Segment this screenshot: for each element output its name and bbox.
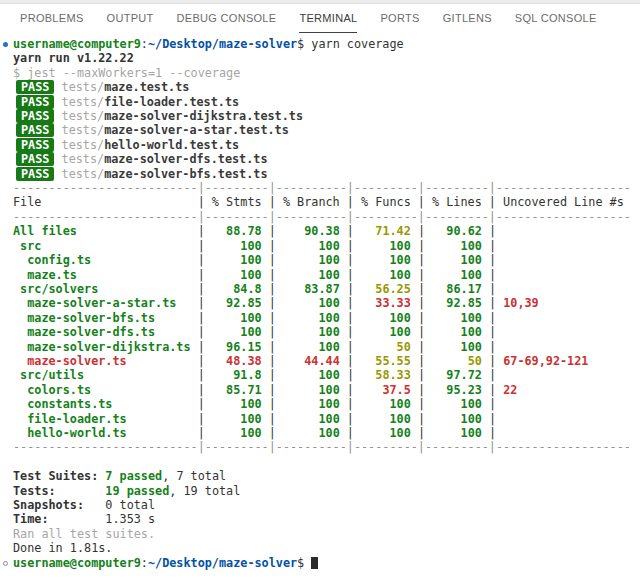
terminal-text: 100 — [318, 340, 339, 354]
terminal-text: | — [340, 340, 354, 354]
terminal-line: $ jest --maxWorkers=1 --coverage — [13, 66, 640, 80]
terminal-text: yarn run v1.22.22 — [13, 51, 134, 65]
terminal-line: PASS tests/maze-solver-bfs.test.ts — [13, 167, 640, 181]
terminal-text — [54, 152, 61, 166]
terminal-text — [354, 311, 390, 325]
terminal-text: | — [262, 253, 276, 267]
terminal-text: | — [262, 282, 276, 296]
terminal-text — [354, 325, 390, 339]
terminal-text: 100 — [461, 253, 482, 267]
terminal-line: PASS tests/maze.test.ts — [13, 80, 640, 94]
coverage-row: file-loader.ts | 100 | 100 | 100 | 100 | — [13, 412, 640, 426]
terminal-text: | — [155, 325, 205, 339]
coverage-row: colors.ts | 85.71 | 100 | 37.5 | 95.23 |… — [13, 383, 640, 397]
terminal-text — [205, 311, 241, 325]
terminal-text — [205, 268, 241, 282]
terminal-text — [354, 268, 390, 282]
terminal-text — [276, 340, 319, 354]
terminal-text: Time: — [13, 512, 105, 526]
terminal-text: | — [411, 383, 425, 397]
pass-badge: PASS — [16, 95, 54, 109]
terminal-text — [354, 426, 390, 440]
terminal-text: | — [155, 311, 205, 325]
terminal-text: 100 — [240, 268, 261, 282]
terminal-text: | — [411, 354, 425, 368]
terminal-text: 97.72 — [446, 368, 482, 382]
terminal-text — [54, 109, 61, 123]
tab-debug-console[interactable]: DEBUG CONSOLE — [177, 4, 277, 33]
terminal-text: 100 — [390, 253, 411, 267]
terminal-text: 100 — [461, 397, 482, 411]
terminal-text — [425, 397, 461, 411]
terminal-text: 100 — [461, 268, 482, 282]
terminal-text — [354, 239, 390, 253]
terminal-text: ~/Desktop/maze-solver — [148, 37, 297, 51]
terminal-line: Tests: 19 passed, 19 total — [13, 484, 640, 498]
terminal-text: | — [77, 268, 205, 282]
command-decoration-icon[interactable] — [3, 42, 8, 47]
terminal-text — [425, 253, 461, 267]
terminal-text — [425, 383, 446, 397]
terminal-text: , 19 total — [169, 484, 240, 498]
terminal-text — [425, 224, 446, 238]
terminal-text: $ — [297, 556, 311, 570]
terminal-text: maze.test.ts — [104, 80, 189, 94]
terminal-text: | — [262, 426, 276, 440]
tab-problems[interactable]: PROBLEMS — [20, 4, 84, 33]
terminal-text: colors.ts — [13, 383, 91, 397]
pass-badge: PASS — [16, 109, 54, 123]
terminal-text: 100 — [318, 268, 339, 282]
terminal-text — [425, 311, 461, 325]
terminal-text: 0 total — [105, 498, 155, 512]
terminal-text: | — [77, 224, 205, 238]
terminal-text: File | % Stmts | % Branch | % Funcs | % … — [13, 195, 631, 209]
tab-ports[interactable]: PORTS — [380, 4, 419, 33]
terminal-text: tests/ — [62, 123, 105, 137]
tab-terminal[interactable]: TERMINAL — [299, 4, 357, 33]
terminal-text: | — [340, 311, 354, 325]
terminal-text: | — [482, 268, 496, 282]
terminal-text — [354, 253, 390, 267]
terminal-text: 100 — [390, 426, 411, 440]
terminal-text: 100 — [318, 311, 339, 325]
terminal-text: | — [340, 397, 354, 411]
tab-sql-console[interactable]: SQL CONSOLE — [515, 4, 597, 33]
terminal-line — [13, 455, 640, 469]
terminal-text: | — [262, 325, 276, 339]
terminal-text: | — [340, 426, 354, 440]
terminal-text — [205, 296, 226, 310]
terminal-text: 55.55 — [375, 354, 411, 368]
terminal-output[interactable]: username@computer9:~/Desktop/maze-solver… — [0, 33, 640, 570]
coverage-row: constants.ts | 100 | 100 | 100 | 100 | — [13, 397, 640, 411]
terminal-text: --------------------------|---------|---… — [13, 210, 631, 224]
terminal-text: 100 — [390, 397, 411, 411]
terminal-text: Done in 1.81s. — [13, 541, 112, 555]
table-separator: --------------------------|---------|---… — [13, 440, 640, 454]
tab-gitlens[interactable]: GITLENS — [443, 4, 492, 33]
terminal-text: | — [482, 282, 496, 296]
terminal-text: 56.25 — [375, 282, 411, 296]
command-decoration-icon[interactable] — [3, 561, 8, 566]
terminal-text: --------------------------|---------|---… — [13, 181, 631, 195]
terminal-text: 100 — [461, 311, 482, 325]
terminal-cursor — [311, 557, 318, 569]
coverage-row: All files | 88.78 | 90.38 | 71.42 | 90.6… — [13, 224, 640, 238]
terminal-text: 50 — [468, 354, 482, 368]
terminal-text: Test Suites: — [13, 469, 105, 483]
terminal-text — [205, 325, 241, 339]
terminal-text — [205, 340, 226, 354]
terminal-text: maze-solver-a-star.test.ts — [104, 123, 289, 137]
terminal-text — [354, 340, 397, 354]
terminal-text — [54, 123, 61, 137]
terminal-text: | — [340, 282, 354, 296]
terminal-text — [276, 282, 304, 296]
terminal-text: 100 — [390, 412, 411, 426]
terminal-text: tests/ — [62, 80, 105, 94]
terminal-text — [354, 397, 390, 411]
terminal-text: | — [482, 239, 496, 253]
terminal-text: | — [411, 426, 425, 440]
terminal-text: 90.62 — [446, 224, 482, 238]
terminal-line: PASS tests/maze-solver-a-star.test.ts — [13, 123, 640, 137]
tab-output[interactable]: OUTPUT — [107, 4, 154, 33]
coverage-row: src/utils | 91.8 | 100 | 58.33 | 97.72 | — [13, 368, 640, 382]
